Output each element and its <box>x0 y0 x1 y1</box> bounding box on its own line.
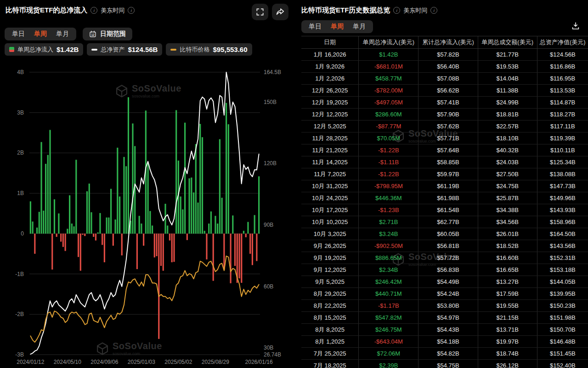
value-cell: $27.50B <box>478 168 537 180</box>
info-icon[interactable]: i <box>393 7 400 14</box>
chart-title: 比特币现货ETF的总净流入 <box>6 6 87 15</box>
table-row[interactable]: 1月 9,2026-$681.01M$56.40B$19.53B$116.86B <box>301 61 588 73</box>
table-row[interactable]: 1月 16,2026$1.42B$57.82B$21.77B$124.56B <box>301 49 588 61</box>
tab-monthly[interactable]: 单月 <box>56 30 69 38</box>
inflow-bar <box>117 148 118 234</box>
etf-flows-chart[interactable]: 4B3B2B1B0-1B-2B-3B164.5B150B120B90B60B30… <box>0 60 294 368</box>
share-button[interactable] <box>272 4 288 20</box>
value-cell: -$782.00M <box>358 85 418 96</box>
chart-panel-header: 比特币现货ETF的总净流入 i 美东时间 i <box>6 6 135 15</box>
table-row[interactable]: 11月 7,2025-$1.22B$59.97B$27.50B$138.08B <box>301 168 588 180</box>
table-row[interactable]: 9月 5,2025$246.42M$54.49B$13.27B$144.05B <box>301 276 588 288</box>
legend-weekly-net-inflow[interactable]: 单周总净流入$1.42B <box>5 43 83 56</box>
fullscreen-button[interactable] <box>252 4 268 20</box>
value-cell: $164.50B <box>537 228 588 240</box>
table-row[interactable]: 8月 22,2025-$1.17B$53.80B$19.55B$150.23B <box>301 300 588 312</box>
table-row[interactable]: 10月 24,2025$446.36M$61.98B$25.87B$149.96… <box>301 192 588 204</box>
table-row[interactable]: 12月 12,2025$286.60M$57.90B$18.81B$118.27… <box>301 109 588 121</box>
inflow-bar <box>254 215 255 234</box>
legend-btc-price[interactable]: 比特币价格$95,553.60 <box>166 43 252 56</box>
table-row[interactable]: 10月 10,2025$2.71B$62.77B$34.56B$158.96B <box>301 216 588 228</box>
inflow-bar <box>167 225 168 234</box>
info-icon[interactable]: i <box>90 7 97 14</box>
table-row[interactable]: 9月 19,2025$886.65M$57.72B$16.60B$152.31B <box>301 252 588 264</box>
tab-weekly[interactable]: 单周 <box>34 30 47 38</box>
value-cell: $124.56B <box>537 49 588 60</box>
tab-monthly[interactable]: 单月 <box>353 23 366 31</box>
outflow-bar <box>82 234 83 235</box>
date-cell: 11月 21,2025 <box>301 144 358 156</box>
table-row[interactable]: 10月 31,2025-$798.95M$61.19B$24.75B$147.7… <box>301 180 588 192</box>
value-cell: $53.80B <box>418 300 477 311</box>
right-axis-label: 150B <box>264 99 277 105</box>
tab-daily[interactable]: 单日 <box>12 30 25 38</box>
download-button[interactable] <box>571 21 581 33</box>
table-title: 比特币现货ETF历史数据总览 <box>301 6 390 15</box>
outflow-bar <box>206 234 207 259</box>
info-icon[interactable]: i <box>128 7 135 14</box>
inflow-bar <box>247 222 249 233</box>
table-row[interactable]: 10月 3,2025$3.24B$60.05B$26.01B$164.50B <box>301 228 588 240</box>
table-row[interactable]: 8月 8,2025$246.75M$54.43B$13.71B$150.70B <box>301 324 588 336</box>
value-cell: $286.60M <box>358 109 418 120</box>
tab-daily[interactable]: 单日 <box>309 23 322 31</box>
value-cell: $58.85B <box>418 156 477 168</box>
table-row[interactable]: 1月 2,2026$458.77M$57.08B$14.04B$116.95B <box>301 73 588 85</box>
table-row[interactable]: 12月 19,2025-$497.05M$57.41B$24.99B$114.8… <box>301 97 588 109</box>
value-cell: $116.86B <box>537 61 588 72</box>
legend-label: 比特币价格 <box>180 46 209 54</box>
value-cell: $143.93B <box>537 204 588 216</box>
table-row[interactable]: 8月 29,2025$440.71M$54.24B$17.59B$139.95B <box>301 288 588 300</box>
left-axis-label: -3B <box>15 351 24 358</box>
x-axis-label: 2024/01/12 <box>17 359 44 365</box>
value-cell: $11.38B <box>478 85 537 96</box>
table-row[interactable]: 11月 14,2025-$1.11B$58.85B$24.03B$125.34B <box>301 156 588 168</box>
download-icon <box>571 21 581 31</box>
value-cell: $158.96B <box>537 216 588 228</box>
date-cell: 10月 3,2025 <box>301 228 358 240</box>
value-cell: $246.42M <box>358 276 418 288</box>
value-cell: $54.24B <box>418 288 477 299</box>
value-cell: $54.49B <box>418 276 477 288</box>
table-period-tabs: 单日单周单月 <box>301 20 373 33</box>
table-row[interactable]: 11月 28,2025$70.05M$57.71B$18.10B$119.39B <box>301 132 588 144</box>
inflow-bar <box>30 201 31 234</box>
green-red-square-icon <box>9 47 14 52</box>
value-cell: $139.95B <box>537 288 588 299</box>
outflow-bar <box>245 234 247 237</box>
outflow-bar <box>34 234 35 254</box>
table-row[interactable]: 7月 25,2025$72.06M$54.82B$18.74B$151.45B <box>301 348 588 360</box>
value-cell: $56.83B <box>418 264 477 276</box>
chart-legend: 单周总净流入$1.42B总净资产$124.56B比特币价格$95,553.60 <box>5 43 252 56</box>
svg-text:12: 12 <box>91 33 95 36</box>
table-row[interactable]: 7月 18,2025$2.39B$54.75B$26.12B$152.40B <box>301 360 588 368</box>
inflow-bar <box>73 226 74 234</box>
table-row[interactable]: 9月 26,2025-$902.50M$56.81B$18.52B$143.56… <box>301 240 588 252</box>
value-cell: -$643.04M <box>358 336 418 347</box>
table-row[interactable]: 12月 26,2025-$782.00M$56.62B$11.38B$113.5… <box>301 85 588 97</box>
legend-total-net-assets[interactable]: 总净资产$124.56B <box>87 43 162 56</box>
table-row[interactable]: 9月 12,2025$2.34B$56.83B$16.65B$153.18B <box>301 264 588 276</box>
x-axis-label: 2024/05/10 <box>54 359 81 365</box>
table-row[interactable]: 11月 21,2025-$1.22B$57.64B$40.32B$110.11B <box>301 144 588 156</box>
table-row[interactable]: 10月 17,2025-$1.23B$61.54B$34.38B$143.93B <box>301 204 588 216</box>
date-cell: 8月 29,2025 <box>301 288 358 299</box>
date-cell: 10月 31,2025 <box>301 180 358 192</box>
value-cell: $54.43B <box>418 324 477 335</box>
date-range-button[interactable]: 12 日期范围 <box>83 28 132 40</box>
table-row[interactable]: 12月 5,2025-$87.77M$57.62B$22.57B$117.11B <box>301 121 588 132</box>
value-cell: $150.70B <box>537 324 588 335</box>
info-icon[interactable]: i <box>430 7 437 14</box>
inflow-bar <box>232 215 233 233</box>
inflow-bar <box>39 212 40 233</box>
table-row[interactable]: 8月 15,2025$547.82M$54.97B$21.15B$151.98B <box>301 312 588 324</box>
value-cell: -$1.22B <box>358 168 418 180</box>
legend-label: 总净资产 <box>101 46 124 54</box>
value-cell: $14.04B <box>478 73 537 84</box>
tab-weekly[interactable]: 单周 <box>331 23 344 31</box>
value-cell: -$798.95M <box>358 180 418 192</box>
inflow-bar <box>152 225 153 234</box>
value-cell: $24.03B <box>478 156 537 168</box>
outflow-bar <box>102 234 103 245</box>
table-row[interactable]: 8月 1,2025-$643.04M$54.18B$19.97B$146.48B <box>301 336 588 348</box>
